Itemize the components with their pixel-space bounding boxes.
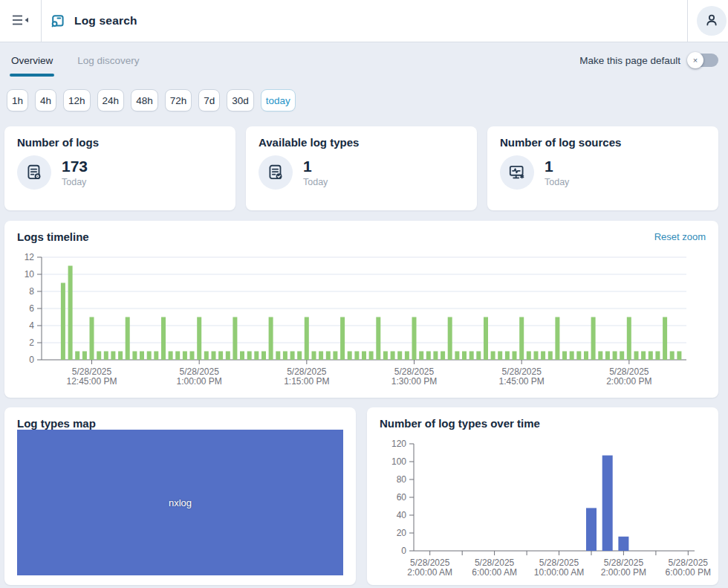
time-range-24h[interactable]: 24h [97,89,125,112]
svg-text:5/28/2025: 5/28/2025 [179,366,219,377]
svg-text:5/28/2025: 5/28/2025 [475,558,515,568]
log-source-monitor-icon [500,155,534,190]
svg-text:5/28/2025: 5/28/2025 [501,366,542,377]
log-file-icon [17,155,51,190]
time-range-selector: 1h 4h 12h 24h 48h 72h 7d 30d today [4,89,718,112]
svg-text:80: 80 [397,474,407,485]
sidebar-toggle-button[interactable] [0,0,42,42]
svg-text:60: 60 [397,492,407,503]
tab-overview[interactable]: Overview [11,42,53,78]
svg-text:5/28/2025: 5/28/2025 [609,366,649,377]
time-range-72h[interactable]: 72h [165,89,192,112]
svg-text:2:00:00 PM: 2:00:00 PM [606,376,651,387]
svg-text:5/28/2025: 5/28/2025 [410,558,450,568]
logs-timeline-chart[interactable]: 0246810125/28/202512:45:00 PM5/28/20251:… [3,243,710,392]
logs-timeline-card: Logs timeline Reset zoom 0246810125/28/2… [4,221,718,398]
svg-text:20: 20 [397,528,407,538]
reset-zoom-link[interactable]: Reset zoom [654,231,706,242]
time-range-7d[interactable]: 7d [198,89,220,112]
svg-text:2:00:00 PM: 2:00:00 PM [601,567,646,578]
log-types-map-card: Log types map nxlog [4,407,356,585]
collapse-sidebar-icon [12,13,29,30]
svg-text:10:00:00 AM: 10:00:00 AM [534,567,584,578]
tab-bar: Overview Log discovery Make this page de… [0,42,728,78]
svg-text:12: 12 [25,252,35,262]
time-range-1h[interactable]: 1h [7,89,28,112]
time-range-today[interactable]: today [261,89,296,112]
top-bar: Log search [0,0,728,42]
treemap-tile-label: nxlog [17,497,343,508]
make-default-label: Make this page default [579,55,680,66]
svg-text:8: 8 [29,286,34,297]
toggle-knob-x-icon: × [687,52,703,68]
svg-text:40: 40 [397,510,407,520]
svg-text:5/28/2025: 5/28/2025 [72,366,112,377]
svg-text:5/28/2025: 5/28/2025 [604,558,644,568]
stat-card-number-of-logs: Number of logs 173 Today [4,126,235,210]
svg-text:12:45:00 PM: 12:45:00 PM [66,376,117,387]
page-title: Log search [74,14,137,28]
stat-card-available-log-types: Available log types 1 Today [246,126,477,210]
svg-text:0: 0 [401,546,406,556]
tab-log-discovery[interactable]: Log discovery [77,42,139,78]
svg-text:0: 0 [29,355,34,365]
svg-text:100: 100 [391,456,406,467]
svg-text:6:00:00 AM: 6:00:00 AM [472,567,517,578]
log-search-icon [50,13,66,29]
user-icon [703,12,720,30]
svg-text:6:00:00 PM: 6:00:00 PM [666,567,711,578]
svg-text:10: 10 [25,269,35,280]
svg-text:2: 2 [29,337,34,348]
svg-text:1:00:00 PM: 1:00:00 PM [176,376,221,387]
svg-text:5/28/2025: 5/28/2025 [539,558,579,568]
svg-text:5/28/2025: 5/28/2025 [669,558,709,568]
treemap-tile-nxlog[interactable]: nxlog [17,430,343,575]
stat-card-number-of-log-sources: Number of log sources [487,126,718,210]
log-types-over-time-card: Number of log types over time 0204060801… [367,407,718,585]
svg-text:5/28/2025: 5/28/2025 [394,366,435,377]
svg-text:120: 120 [391,439,406,449]
log-type-check-icon [259,155,293,190]
svg-text:4: 4 [29,320,34,331]
time-range-48h[interactable]: 48h [131,89,158,112]
svg-text:6: 6 [29,303,34,314]
time-range-30d[interactable]: 30d [227,89,254,112]
user-menu-button[interactable] [697,6,727,36]
time-range-12h[interactable]: 12h [63,89,91,112]
svg-text:5/28/2025: 5/28/2025 [287,366,327,377]
svg-text:1:45:00 PM: 1:45:00 PM [498,376,544,387]
default-page-toggle[interactable]: × [689,54,718,67]
svg-text:1:30:00 PM: 1:30:00 PM [391,376,437,387]
log-types-over-time-chart[interactable]: 0204060801001205/28/20252:00:00 AM5/28/2… [367,430,718,578]
svg-text:1:15:00 PM: 1:15:00 PM [284,376,329,387]
time-range-4h[interactable]: 4h [35,89,56,112]
svg-text:2:00:00 AM: 2:00:00 AM [407,567,452,578]
